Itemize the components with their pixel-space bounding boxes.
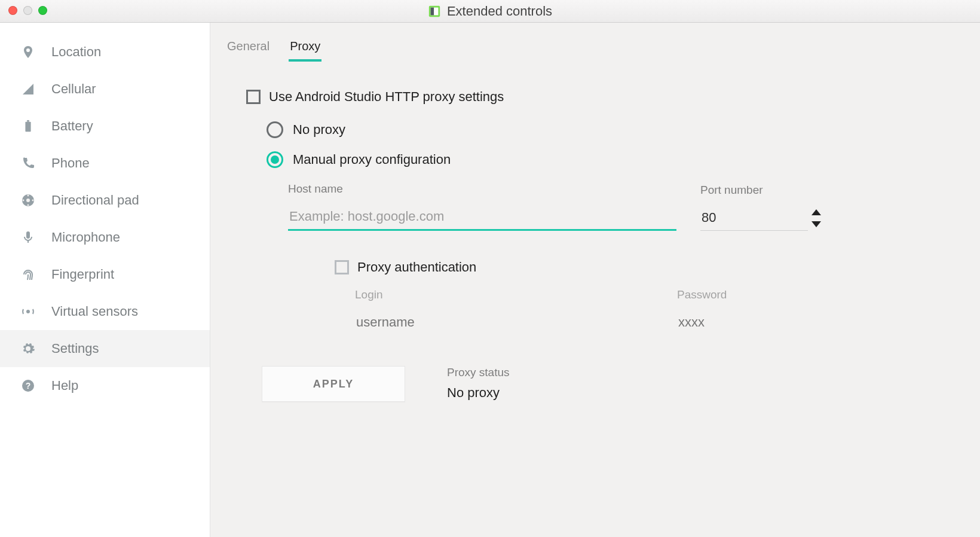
sidebar-item-virtual-sensors[interactable]: Virtual sensors [0, 293, 210, 330]
tab-proxy[interactable]: Proxy [289, 36, 321, 62]
proxy-status-value: No proxy [447, 385, 510, 401]
svg-point-11 [26, 310, 30, 313]
fingerprint-icon [20, 267, 36, 282]
port-number-label: Port number [700, 184, 821, 197]
sidebar-item-label: Battery [51, 118, 93, 134]
sidebar-item-dpad[interactable]: Directional pad [0, 182, 210, 219]
zoom-window-button[interactable] [38, 6, 47, 15]
svg-point-8 [27, 205, 29, 206]
dpad-icon [20, 193, 36, 208]
proxy-auth-checkbox[interactable] [335, 260, 349, 274]
apply-button[interactable]: APPLY [262, 366, 405, 402]
svg-point-10 [32, 200, 34, 202]
svg-point-6 [26, 199, 30, 202]
signal-icon [20, 81, 36, 97]
sidebar-item-label: Cellular [51, 81, 96, 97]
battery-icon [20, 118, 36, 134]
sidebar-item-settings[interactable]: Settings [0, 330, 210, 367]
port-step-down-icon[interactable] [811, 221, 821, 227]
sidebar-item-cellular[interactable]: Cellular [0, 71, 210, 108]
svg-rect-3 [25, 122, 30, 132]
gear-icon [20, 341, 36, 356]
sidebar-item-battery[interactable]: Battery [0, 108, 210, 145]
login-input[interactable] [355, 310, 522, 335]
sidebar: Location Cellular Battery Phone Directio [0, 23, 210, 537]
minimize-window-button[interactable] [23, 6, 32, 15]
sensors-icon [20, 304, 36, 319]
svg-point-9 [23, 200, 24, 202]
sidebar-item-phone[interactable]: Phone [0, 145, 210, 182]
sidebar-item-label: Virtual sensors [51, 304, 138, 319]
sidebar-item-label: Directional pad [51, 193, 139, 208]
svg-point-7 [27, 195, 29, 197]
manual-proxy-label: Manual proxy configuration [293, 152, 451, 167]
no-proxy-label: No proxy [293, 122, 345, 138]
manual-proxy-radio[interactable] [267, 151, 283, 168]
help-icon: ? [20, 378, 36, 393]
sidebar-item-microphone[interactable]: Microphone [0, 219, 210, 256]
titlebar: Extended controls [0, 0, 980, 23]
sidebar-item-location[interactable]: Location [0, 33, 210, 71]
password-input[interactable] [677, 310, 844, 335]
tab-general[interactable]: General [226, 36, 271, 62]
main-panel: General Proxy Use Android Studio HTTP pr… [210, 23, 980, 537]
window-title: Extended controls [447, 4, 552, 19]
sidebar-item-label: Help [51, 378, 78, 393]
window-controls [8, 6, 47, 15]
location-pin-icon [20, 44, 36, 60]
host-name-input[interactable] [288, 204, 676, 231]
port-number-input[interactable] [700, 205, 808, 231]
host-name-label: Host name [288, 182, 676, 196]
svg-rect-2 [431, 7, 434, 15]
settings-tabs: General Proxy [226, 36, 948, 62]
port-step-up-icon[interactable] [811, 209, 821, 215]
login-label: Login [355, 288, 522, 301]
use-as-http-proxy-checkbox[interactable] [246, 90, 261, 104]
app-icon [428, 5, 441, 18]
sidebar-item-fingerprint[interactable]: Fingerprint [0, 256, 210, 293]
sidebar-item-label: Location [51, 44, 101, 60]
proxy-status-label: Proxy status [447, 366, 510, 379]
proxy-auth-label: Proxy authentication [357, 260, 476, 275]
sidebar-item-label: Phone [51, 155, 90, 171]
phone-icon [20, 155, 36, 171]
close-window-button[interactable] [8, 6, 17, 15]
microphone-icon [20, 230, 36, 245]
password-label: Password [677, 288, 844, 301]
sidebar-item-label: Microphone [51, 230, 120, 245]
svg-text:?: ? [26, 381, 31, 390]
sidebar-item-label: Fingerprint [51, 267, 114, 282]
sidebar-item-label: Settings [51, 341, 99, 356]
sidebar-item-help[interactable]: ? Help [0, 367, 210, 404]
use-as-http-proxy-label: Use Android Studio HTTP proxy settings [269, 89, 504, 105]
no-proxy-radio[interactable] [267, 121, 283, 138]
svg-rect-4 [27, 120, 29, 122]
